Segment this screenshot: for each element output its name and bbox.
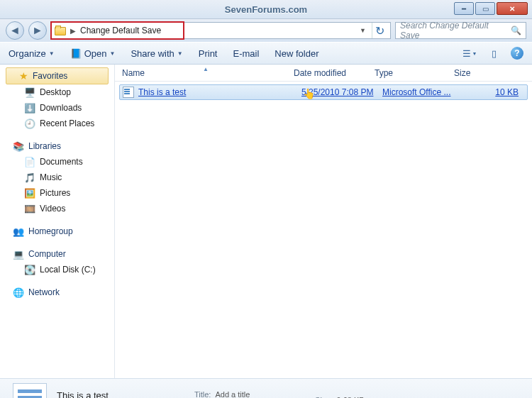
details-title-value[interactable]: Add a title	[215, 390, 250, 399]
file-size: 10 KB	[462, 87, 527, 97]
toolbar: Organize▼ 📘 Open▼ Share with▼ Print E-ma…	[0, 42, 532, 65]
videos-icon: 🎞️	[24, 203, 35, 214]
forward-button[interactable]: ►	[28, 21, 47, 40]
word-icon: 📘	[70, 48, 82, 59]
column-headers: Name▲ Date modified Type Size	[115, 65, 532, 82]
search-input[interactable]: Search Change Default Save 🔍	[395, 22, 526, 39]
sort-asc-icon: ▲	[203, 66, 209, 72]
col-size[interactable]: Size	[454, 68, 532, 78]
address-path: Change Default Save	[80, 26, 161, 35]
col-name[interactable]: Name▲	[122, 68, 294, 78]
view-menu[interactable]: ☰▼	[462, 47, 477, 60]
sidebar-network[interactable]: 🌐Network	[0, 284, 114, 300]
sidebar-favorites[interactable]: ★Favorites	[6, 67, 109, 84]
word-doc-icon	[123, 87, 134, 98]
col-date[interactable]: Date modified	[294, 68, 375, 78]
music-icon: 🎵	[24, 172, 35, 183]
email-button[interactable]: E-mail	[233, 48, 259, 59]
organize-menu[interactable]: Organize▼	[9, 48, 55, 59]
documents-icon: 📄	[24, 156, 35, 167]
search-icon: 🔍	[511, 26, 521, 35]
title-bar: SevenForums.com ━ ▭ ✕	[0, 0, 532, 19]
print-button[interactable]: Print	[199, 48, 218, 59]
pictures-icon: 🖼️	[24, 187, 35, 199]
details-size-key: Size:	[315, 396, 332, 399]
file-row[interactable]: This is a test 5/25/2010 7:08 PM Microso…	[119, 84, 528, 100]
downloads-icon: ⬇️	[24, 102, 35, 114]
desktop-icon: 🖥️	[24, 87, 35, 98]
file-type: Microsoft Office ...	[382, 87, 462, 97]
sidebar-item-documents[interactable]: 📄Documents	[0, 154, 114, 170]
sidebar-item-videos[interactable]: 🎞️Videos	[0, 201, 114, 216]
back-button[interactable]: ◄	[6, 21, 24, 40]
sidebar-item-local-disk[interactable]: 💽Local Disk (C:)	[0, 262, 114, 277]
sidebar: ★Favorites 🖥️Desktop ⬇️Downloads 🕘Recent…	[0, 65, 115, 378]
file-name: This is a test	[138, 87, 301, 97]
sidebar-item-recent[interactable]: 🕘Recent Places	[0, 116, 114, 131]
sidebar-item-desktop[interactable]: 🖥️Desktop	[0, 84, 114, 100]
star-icon: ★	[19, 70, 28, 82]
libraries-icon: 📚	[13, 140, 24, 152]
maximize-button[interactable]: ▭	[475, 2, 495, 15]
network-icon: 🌐	[13, 287, 24, 298]
details-size-value: 9.68 KB	[337, 396, 365, 399]
chevron-right-icon: ▶	[70, 27, 76, 35]
sidebar-item-downloads[interactable]: ⬇️Downloads	[0, 100, 114, 116]
help-button[interactable]: ?	[511, 47, 523, 60]
share-menu[interactable]: Share with▼	[131, 48, 182, 59]
new-folder-button[interactable]: New folder	[275, 48, 318, 59]
disk-icon: 💽	[24, 264, 35, 275]
nav-bar: ◄ ► ▶ Change Default Save ▼ ↻ Search Cha…	[0, 19, 532, 42]
title-bar-text: SevenForums.com	[225, 4, 307, 15]
close-button[interactable]: ✕	[497, 2, 528, 15]
sidebar-computer[interactable]: 💻Computer	[0, 246, 114, 262]
recent-icon: 🕘	[24, 118, 35, 129]
open-menu[interactable]: 📘 Open▼	[70, 48, 116, 59]
folder-icon	[55, 26, 66, 35]
file-date: 5/25/2010 7:08 PM	[301, 87, 382, 97]
homegroup-icon: 👥	[13, 226, 24, 237]
file-list-pane: Name▲ Date modified Type Size This is a …	[115, 65, 532, 378]
details-file-icon	[13, 383, 47, 399]
sidebar-item-pictures[interactable]: 🖼️Pictures	[0, 185, 114, 201]
address-dropdown-icon[interactable]: ▼	[357, 27, 369, 34]
search-placeholder: Search Change Default Save	[400, 21, 508, 40]
sidebar-libraries[interactable]: 📚Libraries	[0, 138, 114, 154]
computer-icon: 💻	[13, 248, 24, 260]
sidebar-item-music[interactable]: 🎵Music	[0, 170, 114, 185]
minimize-button[interactable]: ━	[454, 2, 474, 15]
col-type[interactable]: Type	[375, 68, 454, 78]
sidebar-homegroup[interactable]: 👥Homegroup	[0, 223, 114, 239]
refresh-button[interactable]: ↻	[372, 23, 387, 38]
details-title-key: Title:	[194, 390, 211, 399]
details-pane: This is a test Microsoft Office Word Doc…	[0, 378, 532, 398]
preview-pane-button[interactable]: ▯	[487, 47, 501, 60]
details-title: This is a test	[57, 390, 184, 398]
address-bar[interactable]: ▶ Change Default Save ▼ ↻	[51, 22, 391, 39]
